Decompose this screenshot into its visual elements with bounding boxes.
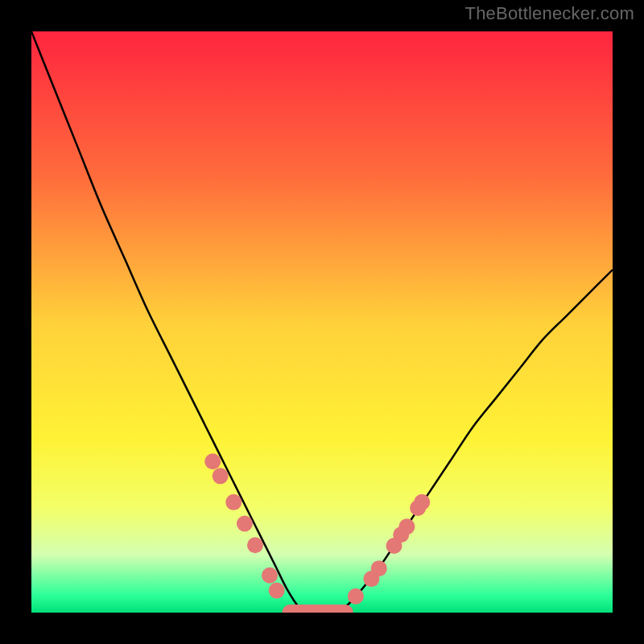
curve-marker xyxy=(398,518,415,535)
curve-marker xyxy=(225,494,242,510)
marker-base xyxy=(282,605,353,613)
bottleneck-chart xyxy=(31,31,613,613)
chart-background-gradient xyxy=(31,31,613,613)
curve-marker xyxy=(237,516,253,532)
curve-marker xyxy=(269,583,285,599)
curve-marker xyxy=(414,494,430,510)
curve-marker xyxy=(213,468,229,484)
chart-outer-frame: TheBottlenecker.com xyxy=(0,0,644,644)
curve-marker xyxy=(371,560,387,576)
curve-marker xyxy=(348,588,364,605)
watermark-text: TheBottlenecker.com xyxy=(465,3,634,24)
curve-marker xyxy=(247,537,263,553)
curve-marker xyxy=(262,568,278,584)
curve-marker xyxy=(204,453,221,469)
